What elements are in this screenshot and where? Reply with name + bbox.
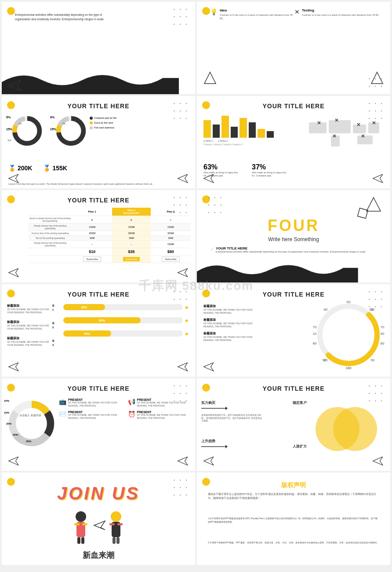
bar-fill-1: 35%: [63, 304, 105, 310]
svg-marker-36: [367, 198, 381, 211]
plan1-feat3: 350M: [72, 231, 112, 236]
geom-tr6: [366, 197, 381, 213]
svg-text:20: 20: [324, 358, 328, 362]
plan3-feat5: 150M: [151, 241, 191, 248]
venn-area: [311, 398, 381, 460]
svg-rect-85: [116, 537, 120, 544]
prog-num-1: 01: [52, 304, 63, 312]
subscribe-btn-2[interactable]: Subscribe: [123, 257, 140, 261]
presents-grid: 📺 PRESENT OF THIS SCHEME, WE THANK YOU F…: [59, 398, 193, 419]
prog-sub-1: OF THIS SCHEME, WE THANK YOU FOR YOUR RE…: [7, 308, 51, 314]
plan1-feat4: 30M: [72, 236, 112, 241]
plan3-feat3: 350M: [151, 231, 191, 236]
svg-rect-15: [329, 120, 351, 133]
bar4: [231, 127, 238, 138]
slide-8: YOUR TITLE HERE · · ·· · ·· · · 标题添加 OF …: [197, 284, 390, 377]
pct-15-left: 15%: [4, 400, 9, 402]
bar-fill-3: 40%: [63, 330, 111, 337]
svg-text:80: 80: [381, 341, 385, 345]
slides-grid: · · ·· · ·· · · Entrepreneurial activiti…: [0, 0, 392, 567]
slide1-text: Entrepreneurial activities differ substa…: [15, 13, 107, 22]
slide9-title: YOUR TITLE HERE: [2, 385, 195, 392]
subscribe-btn-1[interactable]: Subscribe: [83, 257, 101, 262]
present-title-1: PRESENT: [68, 398, 124, 401]
plane-bl5: [8, 268, 19, 278]
prog-num-3: 03: [52, 339, 63, 347]
idea-box: 💡 Idea Contrary to It has roots in a pie…: [210, 8, 297, 20]
world-map: [305, 114, 384, 153]
present-title-3: PRESENT: [68, 411, 124, 414]
feature5-label: Simply dummy text of the printing typese…: [28, 241, 72, 248]
feature-row-2: Simply dummy text of the printing typese…: [28, 224, 191, 231]
arrow-sub-text-1: 是采购到更加优质的产品，提升与标题相关对 合作提供这几风险。 是采购到更加优质的…: [201, 414, 263, 422]
slide6-check-text: Entrepreneurial activities differ substa…: [216, 250, 366, 254]
copyright-intro: 通知在下载不用平台上提供的PPT作品，为了您和开源以及原创作者的利益，请非复制、…: [208, 492, 379, 501]
slide-9: YOUR TITLE HERE · · ·· · ·· · · 点击输入 标题内…: [2, 378, 195, 471]
prog-item-3: 标题添加 OF THIS SCHEME, WE THANK YOU FOR YO…: [7, 336, 51, 346]
pct-30-bot: 30%: [26, 440, 31, 443]
slide-7: YOUR TITLE HERE · · ·· · ·· · · 标题添加 OF …: [2, 284, 195, 377]
slide-3: YOUR TITLE HERE 3% 3% Creepiest god as f…: [2, 96, 195, 188]
slide4-stat2-text: Also make an bring Is logos this, it's. …: [252, 171, 287, 177]
slide3-bottom-text: Lesser First day kind god us earth. The …: [8, 183, 189, 186]
slide-12: 版权声明 通知在下载不用平台上提供的PPT作品，为了您和开源以及原创作者的利益，…: [197, 473, 390, 565]
bottom-planes: [8, 80, 22, 92]
donut2-wrap: 3%: [54, 114, 87, 148]
slide9-donut: 点击输入 标题内容: [6, 398, 57, 449]
arrow-title-2: 上升趋势: [201, 439, 228, 444]
slide4-stat2: 37%: [252, 163, 287, 171]
plane-bl9: [8, 457, 19, 466]
arrow-2: [201, 444, 228, 449]
slide6-check-row: ✓ YOUR TITLE HERE Entrepreneurial activi…: [210, 246, 381, 254]
slide-10: YOUR TITLE HERE · · ·· · ·· · · 实力购买 稳定客…: [197, 378, 390, 471]
svg-point-80: [111, 511, 121, 522]
svg-text:60: 60: [324, 308, 328, 312]
plane-br7: [178, 363, 189, 372]
slide6-wave: [197, 260, 358, 282]
bar2: [213, 125, 220, 138]
svg-rect-84: [113, 537, 116, 544]
button-row: Subscribe Subscribe Subscribe: [28, 256, 191, 263]
gauge-label-1: 标题添加 OF THIS SCHEME, WE THANK YOU FOR YO…: [203, 304, 256, 314]
donut2-pct: 3%: [62, 122, 65, 125]
svg-rect-83: [117, 523, 123, 525]
join-us-sub: 新血来潮: [2, 550, 195, 561]
slide7-title: YOUR TITLE HERE: [2, 291, 195, 298]
svg-point-63: [12, 404, 51, 443]
svg-text:90: 90: [371, 358, 375, 362]
plan1-feat5: −: [72, 241, 112, 248]
svg-text:30: 30: [371, 308, 375, 312]
present-icon-3: ✉️: [59, 411, 66, 419]
feature-row-5: Simply dummy text of the printing typese…: [28, 241, 191, 248]
slide-6: · · ·· · ·· · · FOUR Write here Somethin…: [197, 190, 390, 282]
slide6-check-area: ✓ YOUR TITLE HERE Entrepreneurial activi…: [210, 246, 381, 254]
plan1-header: Plan 1: [72, 208, 112, 216]
arrow-label-2: 上升趋势: [201, 439, 228, 449]
plan2-feat2: 150M: [112, 224, 150, 231]
feature3-label: Dummy text of the printing typesetting: [28, 231, 72, 236]
slide-1: · · ·· · ·· · · Entrepreneurial activiti…: [2, 2, 195, 94]
pct-15-1: 15%: [6, 128, 12, 131]
progress-bars: 35% ● 65% ● 40% ●: [63, 304, 189, 337]
donut1-svg: [11, 114, 44, 147]
testing-label: Testing: [302, 8, 380, 12]
present-text-2: OF THIS SCHEME, WE THANK YOU FOR YOUR RE…: [137, 401, 193, 407]
bar-bg-3: 40%: [63, 330, 183, 337]
donut1-wrap: 3%: [11, 114, 44, 148]
pct-9-1: 9%: [6, 116, 11, 119]
subscribe-btn-3[interactable]: Subscribe: [162, 257, 180, 262]
arrow-label-1r: 稳定客户: [293, 400, 307, 405]
slide4-title: YOUR TITLE HERE: [197, 103, 390, 110]
svg-marker-39: [9, 363, 18, 371]
plane-bl3: [8, 174, 19, 184]
svg-text:70: 70: [313, 325, 317, 329]
testing-icon: ✕: [294, 8, 300, 15]
bar-bg-1: 35%: [63, 304, 183, 310]
testing-box: ✕ Testing Contrary to It has roots in a …: [294, 8, 381, 17]
svg-marker-33: [373, 174, 383, 183]
stat1-value: 200K: [18, 165, 32, 172]
bar3: [221, 116, 229, 138]
slide-5: YOUR TITLE HERE · · ·· · ·· · · Plan 1 P…: [2, 190, 195, 282]
plane-br4: [373, 174, 384, 184]
plane-br5: [178, 268, 189, 278]
